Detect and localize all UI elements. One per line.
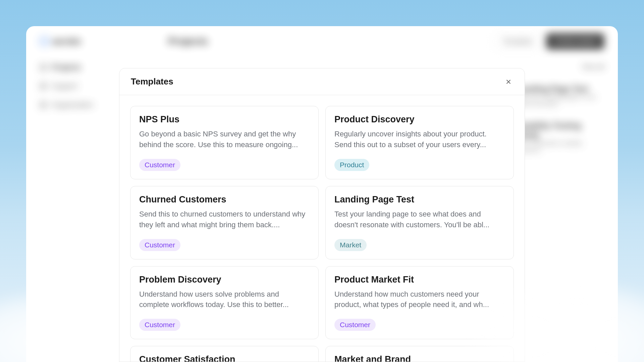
template-card-tags: Market bbox=[334, 239, 505, 251]
template-card-title: Churned Customers bbox=[139, 194, 310, 205]
template-card-description: Test your landing page to see what does … bbox=[334, 209, 505, 230]
template-card-title: NPS Plus bbox=[139, 114, 310, 125]
template-card-tags: Product bbox=[334, 159, 505, 171]
tag-customer: Customer bbox=[139, 159, 180, 171]
template-card-title: Product Discovery bbox=[334, 114, 505, 125]
tag-market: Market bbox=[334, 239, 367, 251]
template-card-title: Customer Satisfaction bbox=[139, 354, 310, 362]
template-card-title: Landing Page Test bbox=[334, 194, 505, 205]
modal-title: Templates bbox=[131, 76, 173, 87]
template-card-tags: Customer bbox=[139, 319, 310, 331]
template-card-description: Send this to churned customers to unders… bbox=[139, 209, 310, 230]
template-card-description: Understand how much customers need your … bbox=[334, 289, 505, 310]
template-card-description: Regularly uncover insights about your pr… bbox=[334, 129, 505, 150]
modal-overlay: Templates NPS PlusGo beyond a basic NPS … bbox=[26, 26, 618, 362]
close-icon bbox=[505, 78, 512, 85]
template-card-title: Problem Discovery bbox=[139, 275, 310, 285]
templates-modal: Templates NPS PlusGo beyond a basic NPS … bbox=[119, 68, 525, 362]
templates-grid: NPS PlusGo beyond a basic NPS survey and… bbox=[130, 106, 514, 362]
modal-header: Templates bbox=[119, 68, 525, 95]
template-card-title: Market and Brand bbox=[334, 354, 505, 362]
template-card[interactable]: Problem DiscoveryUnderstand how users so… bbox=[130, 266, 319, 340]
template-card-tags: Customer bbox=[139, 239, 310, 251]
template-card-description: Understand how users solve problems and … bbox=[139, 289, 310, 310]
template-card[interactable]: Market and BrandMarket bbox=[325, 346, 514, 362]
tag-product: Product bbox=[334, 159, 369, 171]
template-card-tags: Customer bbox=[139, 159, 310, 171]
template-card-title: Product Market Fit bbox=[334, 275, 505, 285]
tag-customer: Customer bbox=[139, 239, 180, 251]
template-card-tags: Customer bbox=[334, 319, 505, 331]
tag-customer: Customer bbox=[139, 319, 180, 331]
template-card[interactable]: Landing Page TestTest your landing page … bbox=[325, 186, 514, 259]
close-button[interactable] bbox=[504, 77, 513, 86]
template-card[interactable]: Customer SatisfactionCustomer bbox=[130, 346, 319, 362]
template-card[interactable]: Churned CustomersSend this to churned cu… bbox=[130, 186, 319, 259]
template-card-description: Go beyond a basic NPS survey and get the… bbox=[139, 129, 310, 150]
tag-customer: Customer bbox=[334, 319, 376, 331]
template-card[interactable]: Product DiscoveryRegularly uncover insig… bbox=[325, 106, 514, 179]
template-card[interactable]: NPS PlusGo beyond a basic NPS survey and… bbox=[130, 106, 319, 179]
template-card[interactable]: Product Market FitUnderstand how much cu… bbox=[325, 266, 514, 340]
app-window: aerobe Projects Templates Create project… bbox=[26, 26, 618, 362]
modal-body: NPS PlusGo beyond a basic NPS survey and… bbox=[119, 95, 525, 362]
